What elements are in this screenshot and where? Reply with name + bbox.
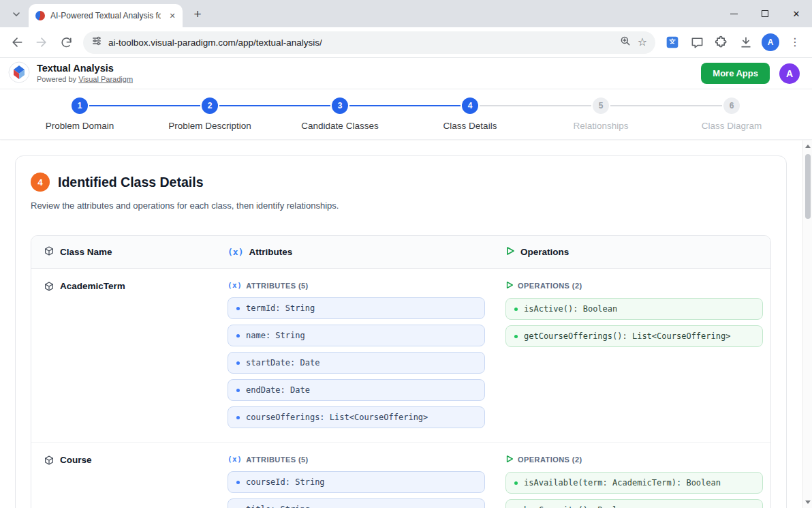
step-label-problem-domain[interactable]: Problem Domain [12, 121, 148, 131]
step-circle-class-diagram: 6 [723, 98, 740, 114]
operation-chip: hasCapacity(): Boolean [505, 499, 763, 508]
class-name: AcademicTerm [60, 281, 125, 291]
stepper-connector [480, 105, 591, 106]
translate-icon[interactable] [661, 31, 684, 54]
step-circle-class-details[interactable]: 4 [462, 98, 478, 114]
browser-profile-avatar[interactable]: A [762, 33, 779, 51]
site-settings-icon[interactable] [91, 35, 102, 49]
zoom-icon[interactable] [619, 35, 631, 50]
downloads-icon[interactable] [734, 31, 758, 54]
tab-title: AI-Powered Textual Analysis for [50, 11, 161, 20]
window-close-button[interactable]: ✕ [781, 0, 812, 27]
operations-cell: OPERATIONS (2) isActive(): Boolean getCo… [505, 281, 770, 428]
browser-menu-icon[interactable]: ⋮ [783, 31, 807, 54]
address-bar[interactable]: ai-toolbox.visual-paradigm.com/app/textu… [83, 31, 655, 54]
attribute-chip: termId: String [228, 297, 485, 319]
attributes-count-text: ATTRIBUTES (5) [246, 282, 309, 290]
column-header-operations: Operations [505, 246, 770, 258]
attribute-chips: courseId: String title: String [228, 471, 485, 508]
reload-button[interactable] [54, 31, 78, 54]
browser-toolbar: ai-toolbox.visual-paradigm.com/app/textu… [0, 27, 812, 58]
back-button[interactable] [5, 31, 29, 54]
step-label-class-diagram: Class Diagram [663, 121, 800, 131]
site-favicon-icon [35, 11, 45, 20]
step-circle-problem-domain[interactable]: 1 [72, 98, 88, 114]
scroll-down-icon[interactable] [805, 500, 811, 504]
class-details-table: Class Name (x) Attributes Operations [31, 235, 771, 508]
powered-by-text: Powered by [37, 75, 76, 83]
attributes-count-label: (x) ATTRIBUTES (5) [228, 455, 505, 464]
step-number-badge: 4 [31, 173, 50, 192]
operation-chip: isAvailable(term: AcademicTerm): Boolean [505, 472, 763, 494]
attribute-text: endDate: Date [246, 385, 310, 395]
bullet-dot-icon [236, 389, 240, 392]
wizard-stepper: 1 2 3 4 5 6 Problem Domain Problem Descr… [0, 89, 812, 140]
minimize-icon [730, 14, 738, 14]
attributes-count-text: ATTRIBUTES (5) [246, 455, 309, 464]
url-text: ai-toolbox.visual-paradigm.com/app/textu… [108, 38, 322, 48]
step-label-class-details[interactable]: Class Details [402, 121, 538, 131]
operations-play-icon [505, 455, 514, 464]
column-header-class-name: Class Name [31, 245, 228, 258]
browser-tab[interactable]: AI-Powered Textual Analysis for ✕ [29, 4, 183, 27]
app-user-avatar[interactable]: A [779, 63, 800, 84]
operations-cell: OPERATIONS (2) isAvailable(term: Academi… [505, 455, 770, 508]
tab-search-chevron-icon[interactable] [7, 5, 26, 24]
extensions-icon[interactable] [710, 31, 733, 54]
attributes-cell: (x) ATTRIBUTES (5) courseId: String titl… [228, 455, 505, 508]
app-title-block: Textual Analysis Powered by Visual Parad… [37, 63, 133, 84]
table-row-course: Course (x) ATTRIBUTES (5) courseId: Stri… [31, 442, 770, 508]
operation-chips: isActive(): Boolean getCourseOfferings()… [505, 298, 763, 347]
window-minimize-button[interactable] [718, 0, 749, 27]
attribute-chip: startDate: Date [228, 352, 485, 374]
attributes-count-label: (x) ATTRIBUTES (5) [228, 281, 505, 290]
column-header-class-name-label: Class Name [60, 247, 112, 257]
attribute-chip: name: String [228, 325, 485, 346]
operations-count-text: OPERATIONS (2) [518, 455, 582, 464]
tab-close-icon[interactable]: ✕ [166, 10, 178, 22]
step-label-candidate-classes[interactable]: Candidate Classes [272, 121, 408, 131]
attribute-chip: endDate: Date [228, 379, 485, 401]
more-apps-button[interactable]: More Apps [701, 63, 770, 84]
table-header-row: Class Name (x) Attributes Operations [31, 236, 770, 269]
table-row-academicterm: AcademicTerm (x) ATTRIBUTES (5) termId: … [31, 269, 770, 442]
bullet-dot-icon [514, 481, 518, 485]
scrollbar-thumb[interactable] [805, 154, 811, 219]
class-cube-icon [44, 455, 54, 468]
bullet-dot-icon [236, 334, 240, 338]
attribute-chip: title: String [228, 498, 485, 508]
operations-count-label: OPERATIONS (2) [505, 281, 770, 290]
bullet-dot-icon [236, 416, 240, 419]
attribute-chip: courseOfferings: List<CourseOffering> [228, 406, 485, 428]
app-title: Textual Analysis [37, 63, 133, 74]
attributes-cell: (x) ATTRIBUTES (5) termId: String name: … [228, 281, 505, 428]
scroll-up-icon[interactable] [805, 145, 811, 148]
attribute-text: courseId: String [246, 477, 325, 488]
attribute-text: termId: String [246, 303, 315, 314]
attribute-chips: termId: String name: String startDate: D… [228, 297, 485, 428]
operation-text: isAvailable(term: AcademicTerm): Boolean [524, 477, 721, 488]
attributes-icon: (x) [228, 455, 242, 464]
attribute-text: title: String [246, 504, 310, 508]
bookmark-star-icon[interactable]: ☆ [638, 37, 647, 48]
stepper-connector [610, 105, 722, 106]
bullet-dot-icon [236, 361, 240, 365]
operations-count-text: OPERATIONS (2) [518, 282, 582, 290]
step-circle-candidate-classes[interactable]: 3 [332, 98, 348, 114]
visual-paradigm-link[interactable]: Visual Paradigm [78, 75, 133, 83]
new-tab-button[interactable]: + [188, 5, 207, 24]
step-label-relationships: Relationships [533, 121, 669, 131]
operation-text: isActive(): Boolean [524, 303, 617, 314]
bullet-dot-icon [514, 308, 518, 311]
comment-icon[interactable] [685, 31, 708, 54]
window-maximize-button[interactable] [749, 0, 781, 27]
page-content: 4 Identified Class Details Review the at… [0, 140, 802, 508]
attributes-icon: (x) [228, 247, 243, 257]
operation-chip: isActive(): Boolean [505, 298, 763, 320]
attribute-chip: courseId: String [228, 471, 485, 493]
step-circle-problem-description[interactable]: 2 [202, 98, 218, 114]
step-label-problem-description[interactable]: Problem Description [142, 121, 278, 131]
operations-count-label: OPERATIONS (2) [505, 455, 770, 464]
page-scrollbar[interactable] [802, 140, 812, 508]
forward-button[interactable] [30, 31, 53, 54]
